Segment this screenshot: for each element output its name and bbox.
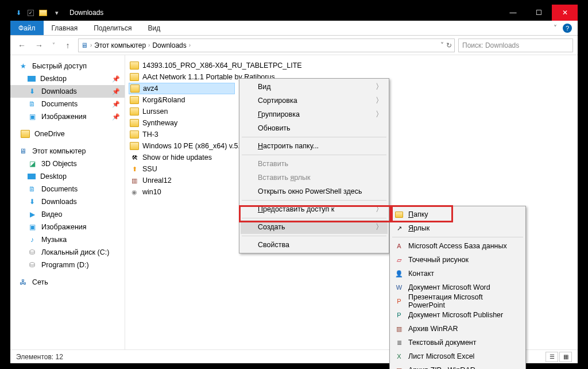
- submenu-zip[interactable]: ▥Архив ZIP - WinRAR: [391, 363, 524, 369]
- folder-icon: [21, 130, 30, 138]
- documents-icon: 🗎: [28, 99, 37, 109]
- diagcab-icon: 🛠: [130, 153, 139, 162]
- pin-icon: 📌: [112, 88, 120, 95]
- chevron-right-icon[interactable]: ›: [90, 42, 92, 48]
- disc-icon: ◉: [130, 187, 139, 197]
- status-count-label: Элементов:: [16, 353, 53, 361]
- create-submenu: Папку ↗Ярлык AMicrosoft Access База данн…: [389, 206, 526, 369]
- titlebar: ⬇ ✓ ▾ Downloads — ☐ ✕: [10, 5, 578, 21]
- rar-icon: ▥: [394, 324, 404, 333]
- nav-back[interactable]: ←: [15, 39, 29, 52]
- down-arrow-icon[interactable]: ⬇: [14, 8, 23, 17]
- contact-icon: 👤: [394, 269, 404, 278]
- sidebar-item-downloads[interactable]: ⬇ Downloads 📌: [10, 85, 125, 98]
- pin-icon: 📌: [112, 101, 120, 108]
- qat-dropdown-icon[interactable]: ▾: [52, 8, 61, 17]
- ribbon-expand-icon[interactable]: ˅: [554, 24, 557, 32]
- sidebar-item-desktop[interactable]: Desktop 📌: [10, 72, 125, 85]
- onedrive-header[interactable]: OneDrive: [10, 128, 125, 140]
- ctx-refresh[interactable]: Обновить: [241, 121, 388, 135]
- submenu-txt[interactable]: ≣Текстовый документ: [391, 336, 524, 349]
- sidebar-item-video[interactable]: ▶Видео: [10, 208, 125, 221]
- submenu-ppt[interactable]: PПрезентация Microsoft PowerPoint: [391, 294, 524, 308]
- ctx-create[interactable]: Создать〉: [241, 220, 388, 234]
- ctx-properties[interactable]: Свойства: [241, 238, 388, 252]
- sidebar-item-documents[interactable]: 🗎Documents: [10, 183, 125, 195]
- sidebar-item-desktop[interactable]: Desktop: [10, 170, 125, 183]
- submenu-contact[interactable]: 👤Контакт: [391, 267, 524, 280]
- publisher-icon: P: [394, 310, 404, 320]
- ctx-group[interactable]: Группировка〉: [241, 107, 388, 121]
- search-placeholder: Поиск: Downloads: [462, 41, 519, 49]
- breadcrumb-current[interactable]: Downloads: [152, 41, 186, 49]
- sidebar-item-diskd[interactable]: ⛁Programm (D:): [10, 259, 125, 271]
- quick-access-header[interactable]: ★ Быстрый доступ: [10, 60, 125, 72]
- submenu-access[interactable]: AMicrosoft Access База данных: [391, 239, 524, 253]
- pc-icon: 🖥: [81, 41, 88, 49]
- list-item[interactable]: avz4: [129, 83, 235, 94]
- submenu-word[interactable]: WДокумент Microsoft Word: [391, 280, 524, 294]
- submenu-publisher[interactable]: PДокумент Microsoft Publisher: [391, 308, 524, 322]
- maximize-button[interactable]: ☐: [526, 5, 552, 21]
- list-item[interactable]: 14393.105_PRO_X86-X64_RU_TABLETPC_LITE: [129, 60, 574, 71]
- ctx-customize[interactable]: Настроить папку...: [241, 139, 388, 153]
- pictures-icon: ▣: [28, 112, 37, 121]
- desktop-icon: [28, 76, 36, 82]
- file-tab[interactable]: Файл: [10, 21, 44, 35]
- ctx-paste: Вставить: [241, 157, 388, 171]
- address-bar[interactable]: 🖥 › Этот компьютер › Downloads › ˅ ↻: [78, 39, 455, 52]
- submenu-folder[interactable]: Папку: [391, 207, 524, 221]
- sidebar-item-pictures[interactable]: ▣Изображения: [10, 221, 125, 233]
- sidebar-item-documents[interactable]: 🗎 Documents 📌: [10, 98, 125, 110]
- address-dropdown-icon[interactable]: ˅: [440, 41, 444, 49]
- submenu-rar[interactable]: ▥Архив WinRAR: [391, 322, 524, 336]
- details-view-button[interactable]: ☰: [546, 352, 558, 362]
- breadcrumb-root[interactable]: Этот компьютер: [94, 41, 146, 49]
- icons-view-button[interactable]: ▦: [559, 352, 572, 362]
- context-menu: Вид〉 Сортировка〉 Группировка〉 Обновить Н…: [239, 78, 389, 253]
- sidebar-item-downloads[interactable]: ⬇Downloads: [10, 195, 125, 208]
- help-icon[interactable]: ?: [563, 24, 572, 33]
- nav-recent-dropdown[interactable]: ˅: [49, 39, 57, 52]
- pin-icon: 📌: [112, 113, 120, 121]
- tab-view[interactable]: Вид: [140, 21, 168, 35]
- nav-up[interactable]: ↑: [61, 39, 75, 52]
- sidebar-item-music[interactable]: ♪Музыка: [10, 233, 125, 246]
- zip-icon: ▥: [394, 366, 404, 369]
- txt-icon: ≣: [394, 338, 404, 347]
- pin-icon: 📌: [112, 75, 120, 83]
- ctx-paste-shortcut: Вставить ярлык: [241, 171, 388, 184]
- chevron-right-icon: 〉: [376, 222, 383, 232]
- nav-forward[interactable]: →: [32, 39, 46, 52]
- sidebar-item-diskc[interactable]: ⛁Локальный диск (C:): [10, 246, 125, 259]
- chevron-right-icon[interactable]: ›: [189, 42, 191, 48]
- sidebar-item-pictures[interactable]: ▣ Изображения 📌: [10, 110, 125, 123]
- folder-qat-icon[interactable]: [38, 8, 48, 17]
- submenu-bmp[interactable]: ▱Точечный рисунок: [391, 253, 524, 267]
- close-button[interactable]: ✕: [552, 5, 578, 21]
- window-title: Downloads: [69, 9, 103, 17]
- downloads-icon: ⬇: [28, 197, 37, 206]
- tab-share[interactable]: Поделиться: [86, 21, 140, 35]
- refresh-icon[interactable]: ↻: [446, 41, 452, 49]
- tab-home[interactable]: Главная: [44, 21, 86, 35]
- submenu-excel[interactable]: XЛист Microsoft Excel: [391, 349, 524, 363]
- chevron-right-icon[interactable]: ›: [148, 42, 150, 48]
- thispc-header[interactable]: 🖥 Этот компьютер: [10, 145, 125, 157]
- ctx-view[interactable]: Вид〉: [241, 80, 388, 94]
- ctx-share-access[interactable]: Предоставить доступ к〉: [241, 202, 388, 216]
- folder-icon: [394, 210, 404, 219]
- folder-icon: [130, 130, 139, 139]
- ribbon: Файл Главная Поделиться Вид ˅ ?: [10, 21, 578, 36]
- sidebar-item-3dobjects[interactable]: ◪3D Objects: [10, 157, 125, 170]
- checkbox-icon[interactable]: ✓: [28, 10, 34, 16]
- desktop-icon: [28, 174, 36, 179]
- nav-toolbar: ← → ˅ ↑ 🖥 › Этот компьютер › Downloads ›…: [10, 36, 578, 55]
- submenu-shortcut[interactable]: ↗Ярлык: [391, 221, 524, 235]
- ctx-powershell[interactable]: Открыть окно PowerShell здесь: [241, 184, 388, 198]
- search-input[interactable]: Поиск: Downloads: [458, 39, 573, 52]
- ctx-sort[interactable]: Сортировка〉: [241, 94, 388, 107]
- minimize-button[interactable]: —: [500, 5, 526, 21]
- network-header[interactable]: 🖧 Сеть: [10, 276, 125, 289]
- folder-icon: [130, 62, 139, 70]
